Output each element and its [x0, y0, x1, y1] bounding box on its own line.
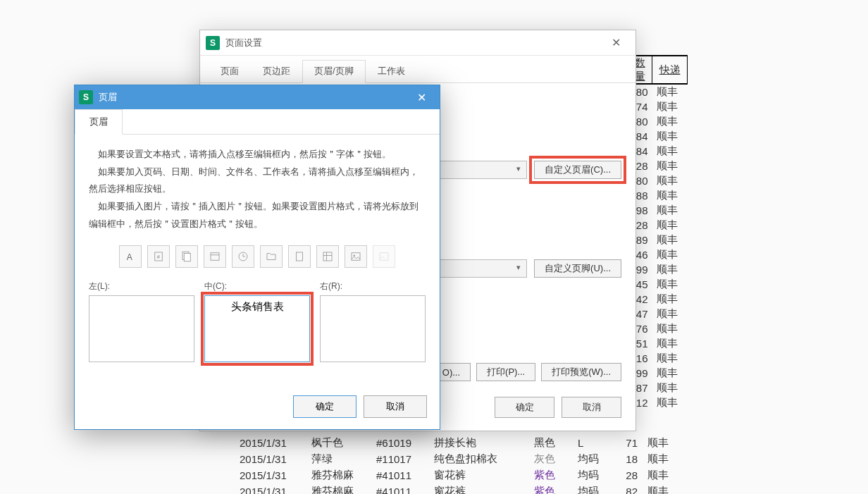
date-icon[interactable] — [204, 245, 226, 268]
svg-text:#: # — [157, 254, 161, 260]
print-button[interactable]: 打印(P)... — [476, 363, 535, 381]
left-header-input[interactable] — [89, 295, 194, 362]
table-row: 99顺丰 — [628, 366, 688, 381]
table-row: 87顺丰 — [628, 381, 688, 395]
header-dialog: S 页眉 ✕ 页眉 如果要设置文本格式，请将插入点移至编辑框内，然后按＂字体＂按… — [74, 85, 440, 430]
table-row: 84顺丰 — [628, 129, 688, 144]
table-row: 2015/1/31雅芬棉麻#41011窗花裤紫色均码82顺丰 — [235, 484, 678, 494]
table-row: 2015/1/31枫千色#61019拼接长袍黑色L71顺丰 — [235, 436, 678, 450]
page-setup-cancel-button[interactable]: 取消 — [562, 397, 621, 418]
help-text-2: 如果要加入页码、日期、时间、文件名、工作表名，请将插入点移至编辑框内，然后选择相… — [89, 163, 426, 198]
page-setup-titlebar[interactable]: S 页面设置 ✕ — [200, 30, 636, 56]
table-row: 45顺丰 — [628, 277, 688, 292]
page-number-icon[interactable]: # — [147, 245, 170, 268]
table-row: 28顺丰 — [628, 159, 688, 173]
print-preview-button[interactable]: 打印预览(W)... — [541, 363, 621, 381]
header-dialog-title: 页眉 — [99, 91, 407, 104]
tab-header[interactable]: 页眉 — [75, 109, 123, 135]
table-row: 80顺丰 — [628, 84, 688, 99]
right-section-label: 右(R): — [320, 280, 426, 292]
tab-page[interactable]: 页面 — [209, 60, 251, 82]
table-row: 98顺丰 — [628, 203, 688, 218]
center-header-input[interactable] — [204, 295, 310, 362]
svg-rect-10 — [297, 252, 303, 261]
close-icon[interactable]: ✕ — [602, 36, 630, 49]
table-row: 80顺丰 — [628, 114, 688, 129]
table-row: 80顺丰 — [628, 173, 688, 188]
header-tabs: 页眉 — [75, 109, 440, 135]
page-setup-ok-button[interactable]: 确定 — [495, 397, 554, 418]
table-row: 84顺丰 — [628, 144, 688, 159]
filepath-icon[interactable] — [260, 245, 283, 268]
table-row: 47顺丰 — [628, 307, 688, 321]
tab-margins[interactable]: 页边距 — [251, 60, 302, 82]
font-icon[interactable]: A — [119, 245, 142, 268]
svg-point-15 — [354, 255, 355, 257]
page-setup-tabs: 页面 页边距 页眉/页脚 工作表 — [200, 56, 636, 83]
time-icon[interactable] — [232, 245, 254, 268]
right-header-input[interactable] — [320, 295, 426, 362]
page-setup-title: 页面设置 — [225, 37, 602, 49]
custom-header-button[interactable]: 自定义页眉(C)... — [534, 161, 621, 179]
header-ok-button[interactable]: 确定 — [293, 395, 356, 418]
table-row: 12顺丰 — [628, 395, 688, 410]
filename-icon[interactable] — [288, 245, 311, 268]
table-row: 2015/1/31雅芬棉麻#41011窗花裤紫色均码28顺丰 — [235, 468, 678, 483]
total-pages-icon[interactable] — [175, 245, 198, 268]
col-header-ship: 快递 — [652, 56, 688, 84]
svg-rect-5 — [211, 253, 219, 261]
close-icon[interactable]: ✕ — [407, 91, 435, 104]
help-text-3: 如果要插入图片，请按＂插入图片＂按钮。如果要设置图片格式，请将光标放到编辑框中，… — [89, 198, 426, 233]
app-icon: S — [79, 90, 93, 104]
svg-rect-4 — [184, 254, 190, 261]
center-section-label: 中(C): — [204, 280, 310, 292]
table-row: 99顺丰 — [628, 262, 688, 277]
table-row: 42顺丰 — [628, 292, 688, 307]
header-cancel-button[interactable]: 取消 — [364, 395, 427, 418]
header-toolbar: A # — [89, 245, 426, 268]
help-text-1: 如果要设置文本格式，请将插入点移至编辑框内，然后按＂字体＂按钮。 — [89, 146, 426, 163]
table-row: 46顺丰 — [628, 247, 688, 262]
table-row: 88顺丰 — [628, 188, 688, 203]
svg-rect-14 — [352, 253, 360, 261]
svg-rect-11 — [323, 252, 332, 261]
table-row: 74顺丰 — [628, 99, 688, 114]
background-data-table-wide: 2015/1/31枫千色#61019拼接长袍黑色L71顺丰2015/1/31萍绿… — [234, 434, 680, 494]
header-titlebar[interactable]: S 页眉 ✕ — [75, 85, 440, 109]
left-section-label: 左(L): — [89, 280, 194, 292]
custom-footer-button[interactable]: 自定义页脚(U)... — [534, 259, 621, 278]
svg-rect-16 — [380, 253, 388, 261]
tab-sheet[interactable]: 工作表 — [366, 60, 417, 82]
app-icon: S — [206, 36, 220, 50]
table-row: 89顺丰 — [628, 233, 688, 247]
table-row: 76顺丰 — [628, 321, 688, 336]
insert-picture-icon[interactable] — [345, 245, 367, 268]
sheet-name-icon[interactable] — [316, 245, 339, 268]
table-row: 2015/1/31萍绿#11017纯色盘扣棉衣灰色均码18顺丰 — [235, 452, 678, 467]
svg-text:A: A — [127, 252, 132, 262]
tab-header-footer[interactable]: 页眉/页脚 — [302, 60, 366, 83]
table-row: 16顺丰 — [628, 351, 688, 366]
format-picture-icon[interactable] — [373, 245, 395, 268]
table-row: 28顺丰 — [628, 218, 688, 233]
table-row: 51顺丰 — [628, 336, 688, 351]
